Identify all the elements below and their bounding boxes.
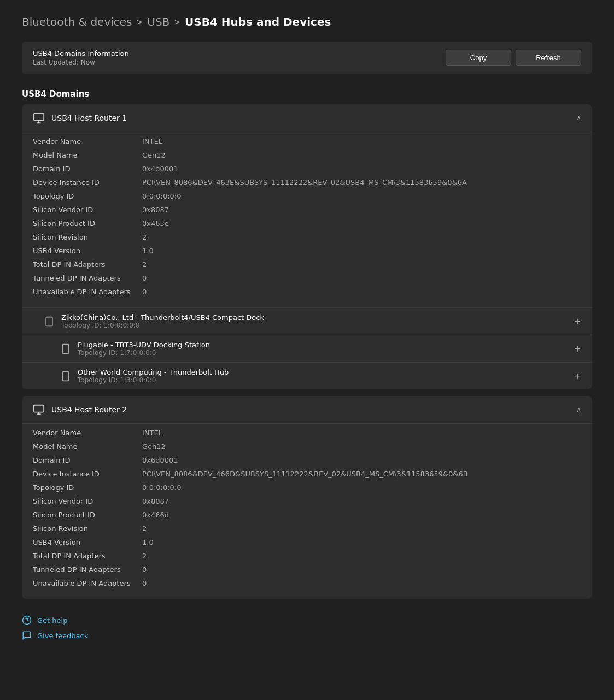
detail-label: Total DP IN Adapters: [33, 552, 142, 560]
expand-device-icon: +: [574, 316, 581, 326]
detail-label: Silicon Revision: [33, 524, 142, 533]
detail-row: Topology ID0:0:0:0:0:0: [33, 481, 581, 494]
detail-value: 0x4d0001: [142, 165, 581, 173]
breadcrumb-usb[interactable]: USB: [147, 15, 169, 28]
svg-rect-9: [34, 405, 44, 412]
device-item[interactable]: Zikko(China)Co., Ltd - Thunderbolt4/USB4…: [22, 307, 592, 335]
router-chevron-1: ∧: [576, 114, 581, 122]
info-bar-text: USB4 Domains Information Last Updated: N…: [33, 49, 129, 66]
router-header-1[interactable]: USB4 Host Router 1∧: [22, 104, 592, 132]
detail-row: Vendor NameINTEL: [33, 135, 581, 148]
router-header-left-1: USB4 Host Router 1: [33, 112, 127, 124]
detail-label: Topology ID: [33, 483, 142, 492]
detail-value: 0x8087: [142, 206, 581, 214]
sub-device-name: Plugable - TBT3-UDV Docking Station: [78, 341, 210, 349]
router-title-1: USB4 Host Router 1: [51, 114, 127, 122]
breadcrumb: Bluetooth & devices > USB > USB4 Hubs an…: [22, 15, 592, 28]
detail-label: Unavailable DP IN Adapters: [33, 288, 142, 296]
give-feedback-link[interactable]: Give feedback: [22, 631, 592, 640]
device-info: Zikko(China)Co., Ltd - Thunderbolt4/USB4…: [61, 313, 264, 329]
detail-label: Model Name: [33, 442, 142, 451]
detail-value: 0: [142, 579, 581, 587]
give-feedback-label: Give feedback: [37, 632, 88, 640]
sub-device-topology: Topology ID: 1:7:0:0:0:0: [78, 349, 210, 357]
detail-label: Device Instance ID: [33, 470, 142, 478]
detail-row: Model NameGen12: [33, 440, 581, 453]
router-card-1: USB4 Host Router 1∧Vendor NameINTELModel…: [22, 104, 592, 389]
copy-button[interactable]: Copy: [446, 50, 511, 66]
device-topology: Topology ID: 1:0:0:0:0:0: [61, 322, 264, 329]
expand-sub-device-icon: +: [574, 343, 581, 354]
svg-rect-0: [34, 114, 44, 121]
detail-row: Silicon Vendor ID0x8087: [33, 494, 581, 508]
router-chevron-2: ∧: [576, 406, 581, 413]
detail-label: Domain ID: [33, 456, 142, 464]
refresh-button[interactable]: Refresh: [516, 50, 581, 66]
detail-value: 2: [142, 233, 581, 241]
detail-row: Silicon Product ID0x463e: [33, 217, 581, 230]
feedback-icon: [22, 631, 32, 640]
detail-value: 1.0: [142, 247, 581, 255]
help-icon: [22, 615, 32, 625]
router-header-left-2: USB4 Host Router 2: [33, 404, 127, 416]
detail-value: 0: [142, 565, 581, 574]
detail-value: INTEL: [142, 137, 581, 145]
sub-device-item[interactable]: Plugable - TBT3-UDV Docking StationTopol…: [22, 335, 592, 362]
section-title: USB4 Domains: [22, 89, 592, 99]
info-bar-buttons: Copy Refresh: [446, 50, 581, 66]
detail-label: Silicon Revision: [33, 233, 142, 241]
sub-device-item-left: Other World Computing - Thunderbolt HubT…: [60, 368, 229, 384]
detail-row: Domain ID0x4d0001: [33, 162, 581, 176]
detail-row: Tunneled DP IN Adapters0: [33, 271, 581, 285]
detail-value: 0x466d: [142, 511, 581, 519]
sub-device-topology: Topology ID: 1:3:0:0:0:0: [78, 376, 229, 384]
detail-value: 2: [142, 552, 581, 560]
breadcrumb-bluetooth[interactable]: Bluetooth & devices: [22, 15, 132, 28]
sub-device-item-left: Plugable - TBT3-UDV Docking StationTopol…: [60, 341, 210, 357]
detail-row: Device Instance IDPCI\VEN_8086&DEV_466D&…: [33, 467, 581, 481]
detail-row: Topology ID0:0:0:0:0:0: [33, 189, 581, 203]
page-container: Bluetooth & devices > USB > USB4 Hubs an…: [0, 0, 614, 662]
detail-label: Unavailable DP IN Adapters: [33, 579, 142, 587]
sub-device-item[interactable]: Other World Computing - Thunderbolt HubT…: [22, 362, 592, 389]
detail-value: PCI\VEN_8086&DEV_466D&SUBSYS_11112222&RE…: [142, 470, 581, 478]
detail-label: Tunneled DP IN Adapters: [33, 274, 142, 282]
expand-sub-device-icon: +: [574, 371, 581, 381]
detail-row: Total DP IN Adapters2: [33, 549, 581, 563]
detail-label: Model Name: [33, 151, 142, 159]
router-header-2[interactable]: USB4 Host Router 2∧: [22, 396, 592, 423]
detail-value: INTEL: [142, 429, 581, 437]
detail-label: Domain ID: [33, 165, 142, 173]
detail-label: Tunneled DP IN Adapters: [33, 565, 142, 574]
get-help-link[interactable]: Get help: [22, 615, 592, 625]
sub-device-name: Other World Computing - Thunderbolt Hub: [78, 368, 229, 376]
info-bar: USB4 Domains Information Last Updated: N…: [22, 42, 592, 74]
detail-value: 2: [142, 260, 581, 269]
detail-label: Silicon Product ID: [33, 511, 142, 519]
detail-row: Vendor NameINTEL: [33, 426, 581, 440]
subtitle-label: Last Updated:: [33, 59, 79, 66]
subtitle-value: Now: [81, 59, 95, 66]
detail-row: Tunneled DP IN Adapters0: [33, 563, 581, 576]
detail-row: Unavailable DP IN Adapters0: [33, 285, 581, 299]
sub-device-icon: [60, 343, 71, 354]
detail-value: 0: [142, 288, 581, 296]
detail-label: Silicon Vendor ID: [33, 497, 142, 505]
detail-row: Silicon Vendor ID0x8087: [33, 203, 581, 217]
device-item-left: Zikko(China)Co., Ltd - Thunderbolt4/USB4…: [44, 313, 264, 329]
detail-label: Silicon Product ID: [33, 219, 142, 228]
sub-device-info: Other World Computing - Thunderbolt HubT…: [78, 368, 229, 384]
detail-label: Silicon Vendor ID: [33, 206, 142, 214]
detail-row: Domain ID0x6d0001: [33, 453, 581, 467]
detail-label: Vendor Name: [33, 429, 142, 437]
detail-row: Device Instance IDPCI\VEN_8086&DEV_463E&…: [33, 176, 581, 189]
detail-row: USB4 Version1.0: [33, 535, 581, 549]
router-title-2: USB4 Host Router 2: [51, 405, 127, 414]
detail-label: Total DP IN Adapters: [33, 260, 142, 269]
detail-label: USB4 Version: [33, 247, 142, 255]
detail-row: Silicon Revision2: [33, 522, 581, 535]
detail-value: 1.0: [142, 538, 581, 546]
router-details-1: Vendor NameINTELModel NameGen12Domain ID…: [22, 132, 592, 307]
detail-value: 0: [142, 274, 581, 282]
detail-row: Silicon Revision2: [33, 230, 581, 244]
